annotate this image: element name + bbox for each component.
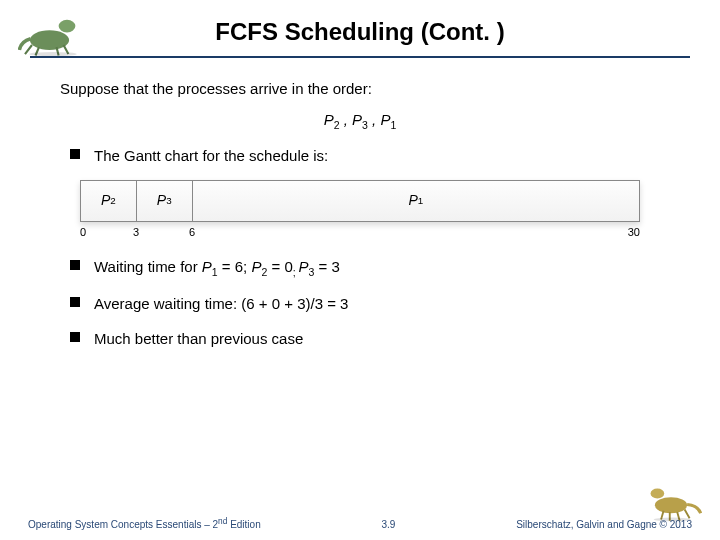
gantt-segment: P1	[193, 181, 639, 221]
gantt-tick: 6	[189, 225, 195, 240]
process-order: P2 , P3 , P1	[60, 109, 660, 133]
gantt-tick: 30	[628, 225, 640, 240]
gantt-segment: P3	[137, 181, 193, 221]
gantt-tick: 0	[80, 225, 86, 240]
footer-left: Operating System Concepts Essentials – 2…	[28, 516, 261, 530]
svg-point-3	[655, 497, 687, 513]
footer: Operating System Concepts Essentials – 2…	[0, 516, 720, 530]
footer-right: Silberschatz, Galvin and Gagne © 2013	[516, 519, 692, 530]
bullet-waiting-time: Waiting time for P1 = 6; P2 = 0; P3 = 3	[70, 256, 660, 280]
gantt-ticks: 03630	[80, 222, 640, 238]
bullet-gantt: The Gantt chart for the schedule is:	[70, 145, 660, 166]
gantt-bar: P2P3P1	[80, 180, 640, 222]
svg-point-1	[59, 20, 76, 33]
title-underline	[30, 56, 690, 58]
svg-point-0	[30, 30, 69, 50]
bullet-better: Much better than previous case	[70, 328, 660, 349]
dinosaur-left-icon	[18, 6, 88, 56]
gantt-segment: P2	[81, 181, 137, 221]
svg-point-4	[651, 488, 665, 498]
footer-page-number: 3.9	[382, 519, 396, 530]
gantt-chart: P2P3P1 03630	[80, 180, 640, 238]
bullet-average: Average waiting time: (6 + 0 + 3)/3 = 3	[70, 293, 660, 314]
intro-text: Suppose that the processes arrive in the…	[60, 78, 660, 99]
slide-content: Suppose that the processes arrive in the…	[0, 58, 720, 349]
page-title: FCFS Scheduling (Cont. )	[0, 18, 720, 46]
gantt-tick: 3	[133, 225, 139, 240]
header: FCFS Scheduling (Cont. )	[0, 0, 720, 58]
